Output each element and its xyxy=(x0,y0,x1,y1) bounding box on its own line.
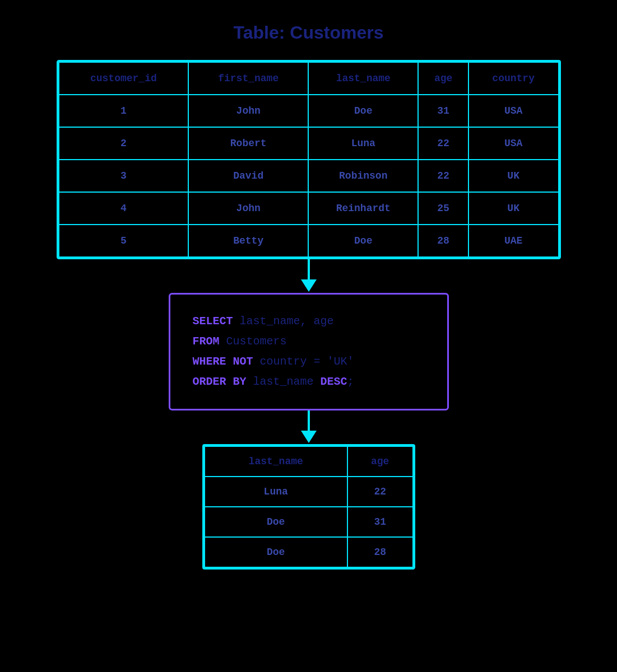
arrow-down-1 xyxy=(298,259,320,293)
result-cell-last_name: Doe xyxy=(205,537,347,567)
customers-table-wrapper: customer_id first_name last_name age cou… xyxy=(57,60,561,259)
result-table: last_name age Luna22Doe31Doe28 xyxy=(204,446,414,568)
cell-age: 22 xyxy=(418,160,468,192)
sql-keyword-order-by: ORDER BY xyxy=(193,375,247,388)
table-row: 5BettyDoe28UAE xyxy=(59,225,559,257)
col-header-customer-id: customer_id xyxy=(59,62,189,95)
result-cell-age: 22 xyxy=(347,477,413,507)
sql-line-4: ORDER BY last_name DESC; xyxy=(193,372,425,392)
sql-line-2: FROM Customers xyxy=(193,332,425,352)
result-row: Luna22 xyxy=(205,477,413,507)
cell-customer_id: 3 xyxy=(59,160,189,192)
sql-text-from: Customers xyxy=(220,335,287,348)
result-cell-age: 28 xyxy=(347,537,413,567)
cell-age: 25 xyxy=(418,192,468,225)
result-table-wrapper: last_name age Luna22Doe31Doe28 xyxy=(202,444,415,570)
cell-country: UAE xyxy=(468,225,559,257)
sql-line-3: WHERE NOT country = 'UK' xyxy=(193,352,425,372)
sql-keyword-select: SELECT xyxy=(193,315,233,328)
cell-last_name: Doe xyxy=(308,225,418,257)
cell-customer_id: 4 xyxy=(59,192,189,225)
cell-last_name: Luna xyxy=(308,127,418,160)
cell-country: USA xyxy=(468,127,559,160)
arrow-down-2 xyxy=(298,410,320,444)
sql-text-order: last_name xyxy=(247,375,321,388)
table-row: 3DavidRobinson22UK xyxy=(59,160,559,192)
result-col-age: age xyxy=(347,446,413,477)
cell-first_name: Betty xyxy=(188,225,308,257)
cell-customer_id: 1 xyxy=(59,95,189,127)
cell-first_name: Robert xyxy=(188,127,308,160)
cell-first_name: John xyxy=(188,95,308,127)
sql-line-1: SELECT last_name, age xyxy=(193,311,425,332)
sql-text-end: ; xyxy=(347,375,354,388)
result-cell-age: 31 xyxy=(347,507,413,537)
svg-marker-1 xyxy=(301,279,317,292)
sql-keyword-where-not: WHERE NOT xyxy=(193,355,253,368)
sql-text-where: country = 'UK' xyxy=(253,355,354,368)
cell-country: UK xyxy=(468,160,559,192)
cell-age: 28 xyxy=(418,225,468,257)
sql-query-box: SELECT last_name, age FROM Customers WHE… xyxy=(169,293,449,410)
result-cell-last_name: Doe xyxy=(205,507,347,537)
svg-marker-3 xyxy=(301,431,317,443)
cell-age: 31 xyxy=(418,95,468,127)
col-header-first-name: first_name xyxy=(188,62,308,95)
table-row: 2RobertLuna22USA xyxy=(59,127,559,160)
col-header-age: age xyxy=(418,62,468,95)
result-row: Doe31 xyxy=(205,507,413,537)
result-col-last-name: last_name xyxy=(205,446,347,477)
page-title: Table: Customers xyxy=(234,22,384,43)
table-row: 4JohnReinhardt25UK xyxy=(59,192,559,225)
result-cell-last_name: Luna xyxy=(205,477,347,507)
result-row: Doe28 xyxy=(205,537,413,567)
col-header-last-name: last_name xyxy=(308,62,418,95)
cell-first_name: David xyxy=(188,160,308,192)
cell-last_name: Doe xyxy=(308,95,418,127)
customers-table: customer_id first_name last_name age cou… xyxy=(58,62,559,258)
cell-last_name: Reinhardt xyxy=(308,192,418,225)
cell-first_name: John xyxy=(188,192,308,225)
cell-country: USA xyxy=(468,95,559,127)
cell-country: UK xyxy=(468,192,559,225)
cell-last_name: Robinson xyxy=(308,160,418,192)
sql-text-select: last_name, age xyxy=(233,315,334,328)
sql-keyword-from: FROM xyxy=(193,335,220,348)
page-container: Table: Customers customer_id first_name … xyxy=(0,0,617,672)
table-header-row: customer_id first_name last_name age cou… xyxy=(59,62,559,95)
cell-customer_id: 2 xyxy=(59,127,189,160)
result-header-row: last_name age xyxy=(205,446,413,477)
cell-age: 22 xyxy=(418,127,468,160)
col-header-country: country xyxy=(468,62,559,95)
sql-keyword-desc: DESC xyxy=(321,375,347,388)
table-row: 1JohnDoe31USA xyxy=(59,95,559,127)
cell-customer_id: 5 xyxy=(59,225,189,257)
